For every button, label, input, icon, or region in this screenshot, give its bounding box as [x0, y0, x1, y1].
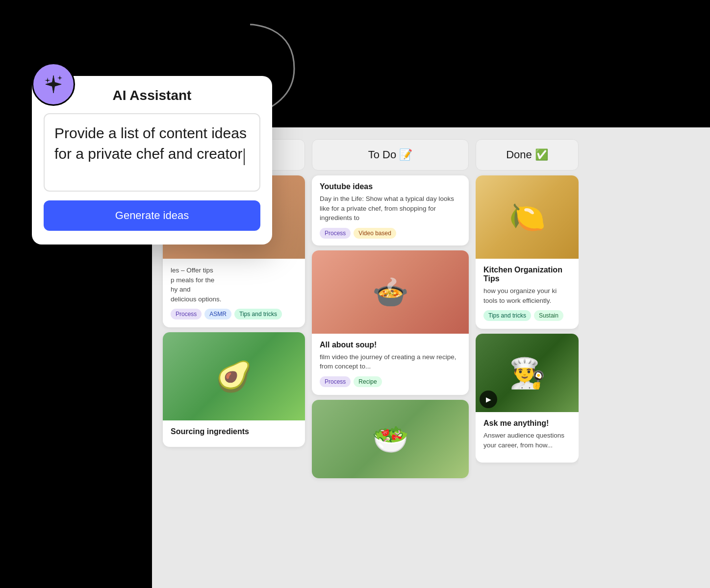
video-badge: ▶	[480, 391, 497, 408]
generate-ideas-button[interactable]: Generate ideas	[44, 200, 260, 231]
kitchen-card-title: Kitchen Organization Tips	[483, 266, 571, 283]
tag-process-3: Process	[320, 376, 351, 387]
tag-process-2: Process	[320, 228, 351, 239]
done-card-chef: ▶ Ask me anything! Answer audience quest…	[476, 334, 579, 463]
chef-card-title: Ask me anything!	[483, 419, 571, 428]
tag-recipe: Recipe	[354, 376, 381, 387]
kitchen-card-tags: Tips and tricks Sustain	[483, 310, 571, 321]
ai-icon-circle[interactable]	[32, 63, 75, 106]
ai-card-title: AI Assistant	[44, 88, 260, 103]
column-header-done: Done ✅	[476, 139, 579, 171]
youtube-card-desc: Day in the Life: Show what a typical day…	[320, 194, 461, 223]
card-image-soup	[312, 250, 469, 334]
column-header-todo: To Do 📝	[312, 139, 469, 171]
sparkle-icon	[43, 74, 64, 95]
ai-input-area[interactable]: Provide a list of content ideas for a pr…	[44, 113, 260, 192]
card-image-cutting	[476, 175, 579, 259]
chef-card-img-wrapper: ▶	[476, 334, 579, 412]
text-cursor	[244, 148, 245, 165]
tag-tips-2: Tips and tricks	[483, 310, 531, 321]
soup-card-tags: Process Recipe	[320, 376, 461, 387]
chef-card-body: Ask me anything! Answer audience questio…	[476, 412, 579, 463]
card-image-salad	[312, 400, 469, 478]
soup-card-body: All about soup! film video the journey o…	[312, 334, 469, 395]
card-tags: Process ASMR Tips and tricks	[171, 309, 297, 319]
tag-sustain: Sustain	[534, 310, 563, 321]
youtube-card-title: Youtube ideas	[320, 182, 461, 191]
tag-asmr: ASMR	[204, 309, 231, 319]
planned-card-2: Sourcing ingredients	[163, 332, 305, 447]
kitchen-card-desc: how you organize your ki tools to work e…	[483, 286, 571, 305]
soup-card-desc: film video the journey of creating a new…	[320, 352, 461, 371]
card-body-2: Sourcing ingredients	[163, 420, 305, 447]
tag-tips-tricks: Tips and tricks	[234, 309, 282, 319]
todo-card-salad	[312, 400, 469, 478]
card-desc: les – Offer tipsp meals for thehy anddel…	[171, 266, 297, 304]
chef-card-desc: Answer audience questions your career, f…	[483, 431, 571, 450]
tag-process: Process	[171, 309, 202, 319]
youtube-card-tags: Process Video based	[320, 228, 461, 239]
soup-card-title: All about soup!	[320, 341, 461, 349]
column-done: Done ✅ Kitchen Organization Tips how you…	[476, 139, 579, 580]
card-title: Sourcing ingredients	[171, 427, 297, 436]
ai-assistant-card: AI Assistant Provide a list of content i…	[32, 76, 272, 245]
done-card-kitchen: Kitchen Organization Tips how you organi…	[476, 175, 579, 329]
card-image-avocado	[163, 332, 305, 420]
todo-card-youtube: Youtube ideas Day in the Life: Show what…	[312, 175, 469, 245]
kitchen-card-body: Kitchen Organization Tips how you organi…	[476, 259, 579, 329]
ai-prompt-text: Provide a list of content ideas for a pr…	[54, 125, 247, 162]
card-body: les – Offer tipsp meals for thehy anddel…	[163, 259, 305, 327]
todo-card-soup: All about soup! film video the journey o…	[312, 250, 469, 395]
column-todo: To Do 📝 Youtube ideas Day in the Life: S…	[312, 139, 469, 580]
tag-video-based: Video based	[354, 228, 396, 239]
